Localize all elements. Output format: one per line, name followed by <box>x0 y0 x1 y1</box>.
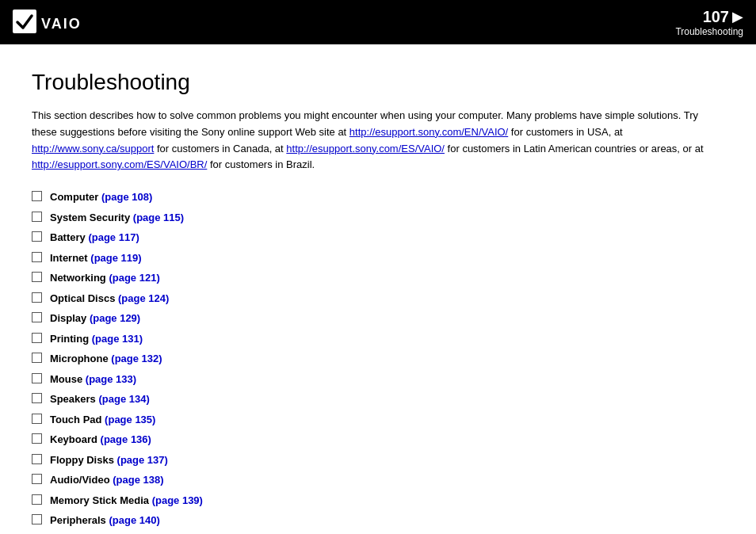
toc-link-audio[interactable]: (page 138) <box>113 474 163 486</box>
toc-link-printing[interactable]: (page 131) <box>92 333 143 345</box>
toc-label: Floppy Disks (page 137) <box>50 452 168 468</box>
toc-link-networking[interactable]: (page 121) <box>109 272 159 284</box>
toc-item-mouse: Mouse (page 133) <box>32 372 724 387</box>
toc-link-display[interactable]: (page 129) <box>90 312 140 324</box>
toc-item-internet: Internet (page 119) <box>32 250 724 266</box>
toc-link-peripherals[interactable]: (page 140) <box>109 514 159 526</box>
toc-label: Keyboard (page 136) <box>50 432 151 448</box>
toc-link-memory-stick[interactable]: (page 139) <box>152 494 203 506</box>
svg-text:VAIO: VAIO <box>41 16 82 32</box>
toc-item-touchpad: Touch Pad (page 135) <box>32 412 724 428</box>
svg-rect-0 <box>13 10 36 33</box>
toc-label: Display (page 129) <box>50 311 140 326</box>
toc-item-printing: Printing (page 131) <box>32 331 724 347</box>
checkbox-icon <box>32 353 42 363</box>
toc-label: Battery (page 117) <box>50 230 139 246</box>
checkbox-icon <box>32 393 42 403</box>
checkbox-icon <box>32 373 42 383</box>
link-esupport-br[interactable]: http://esupport.sony.com/ES/VAIO/BR/ <box>32 158 207 170</box>
toc-label: Touch Pad (page 135) <box>50 412 155 428</box>
link-sony-ca[interactable]: http://www.sony.ca/support <box>32 143 154 154</box>
header-section-title: Troubleshooting <box>675 26 743 37</box>
toc-item-speakers: Speakers (page 134) <box>32 391 724 407</box>
toc-label: Memory Stick Media (page 139) <box>50 493 203 509</box>
toc-link-optical[interactable]: (page 124) <box>118 292 169 304</box>
checkbox-icon <box>32 212 42 222</box>
toc-label: Printing (page 131) <box>50 331 143 347</box>
toc-link-internet[interactable]: (page 119) <box>90 252 141 264</box>
checkbox-icon <box>32 514 42 524</box>
toc-label: Microphone (page 132) <box>50 351 162 367</box>
toc-item-optical: Optical Discs (page 124) <box>32 291 724 307</box>
toc-item-display: Display (page 129) <box>32 311 724 326</box>
toc-label: Peripherals (page 140) <box>50 513 160 528</box>
toc-link-microphone[interactable]: (page 132) <box>111 353 162 364</box>
toc-item-peripherals: Peripherals (page 140) <box>32 513 724 528</box>
logo-area: VAIO <box>13 10 92 35</box>
toc-label: Internet (page 119) <box>50 250 142 266</box>
toc-link-mouse[interactable]: (page 133) <box>86 373 136 385</box>
toc-label: Speakers (page 134) <box>50 391 150 407</box>
vaio-logo: VAIO <box>13 10 92 35</box>
page-number-area: 107 ▶ <box>703 8 743 26</box>
toc-item-networking: Networking (page 121) <box>32 270 724 286</box>
checkbox-icon <box>32 333 42 343</box>
toc-link-touchpad[interactable]: (page 135) <box>105 414 155 425</box>
checkbox-icon <box>32 474 42 484</box>
toc-link-keyboard[interactable]: (page 136) <box>101 433 151 445</box>
checkbox-icon <box>32 292 42 303</box>
toc-link-speakers[interactable]: (page 134) <box>98 393 149 405</box>
toc-label: Optical Discs (page 124) <box>50 291 169 307</box>
arrow-icon: ▶ <box>732 8 743 25</box>
link-esupport-en[interactable]: http://esupport.sony.com/EN/VAIO/ <box>349 126 508 138</box>
toc-label: Mouse (page 133) <box>50 372 136 387</box>
header-right: 107 ▶ Troubleshooting <box>675 8 743 37</box>
checkbox-icon <box>32 494 42 505</box>
checkbox-icon <box>32 191 42 201</box>
header: VAIO 107 ▶ Troubleshooting <box>0 0 756 44</box>
toc-item-computer: Computer (page 108) <box>32 189 724 205</box>
toc-label: System Security (page 115) <box>50 210 184 226</box>
toc-item-security: System Security (page 115) <box>32 210 724 226</box>
toc-link-computer[interactable]: (page 108) <box>101 191 152 203</box>
checkbox-icon <box>32 433 42 444</box>
link-esupport-es[interactable]: http://esupport.sony.com/ES/VAIO/ <box>286 143 445 154</box>
toc-label: Networking (page 121) <box>50 270 160 286</box>
checkbox-icon <box>32 414 42 424</box>
toc-label: Audio/Video (page 138) <box>50 472 164 488</box>
toc-item-audio: Audio/Video (page 138) <box>32 472 724 488</box>
toc-item-keyboard: Keyboard (page 136) <box>32 432 724 448</box>
toc-label: Computer (page 108) <box>50 189 152 205</box>
checkbox-icon <box>32 252 42 262</box>
toc-link-security[interactable]: (page 115) <box>133 212 184 223</box>
toc-link-floppy[interactable]: (page 137) <box>117 454 168 466</box>
toc-item-memory-stick: Memory Stick Media (page 139) <box>32 493 724 509</box>
main-content: Troubleshooting This section describes h… <box>0 44 756 534</box>
checkbox-icon <box>32 312 42 322</box>
checkbox-icon <box>32 272 42 282</box>
page-number: 107 <box>703 8 729 26</box>
checkbox-icon <box>32 454 42 464</box>
toc-link-battery[interactable]: (page 117) <box>88 231 139 243</box>
toc-item-microphone: Microphone (page 132) <box>32 351 724 367</box>
checkbox-icon <box>32 231 42 242</box>
intro-paragraph: This section describes how to solve comm… <box>32 108 724 174</box>
toc-item-battery: Battery (page 117) <box>32 230 724 246</box>
page-title: Troubleshooting <box>32 70 724 95</box>
toc-item-floppy: Floppy Disks (page 137) <box>32 452 724 468</box>
toc-list: Computer (page 108) System Security (pag… <box>32 189 724 528</box>
